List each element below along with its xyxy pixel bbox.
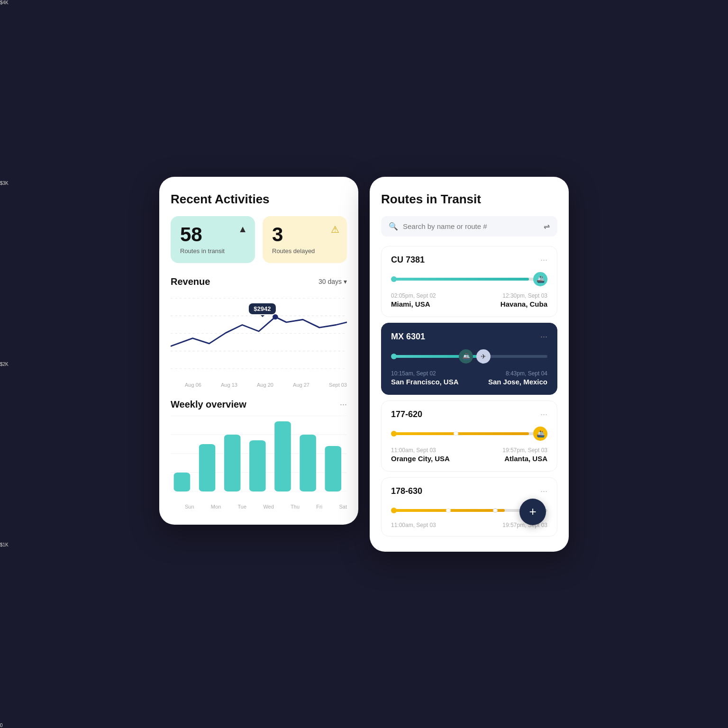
transit-label: Routes in transit — [180, 247, 246, 255]
route-mx6301-more[interactable]: ··· — [540, 332, 547, 342]
route-177620-id: 177-620 — [391, 410, 422, 419]
svg-rect-14 — [249, 440, 266, 491]
search-icon: 🔍 — [389, 222, 398, 231]
warning-icon: ⚠ — [331, 224, 339, 235]
svg-rect-11 — [174, 473, 191, 491]
route-cu7381-header: CU 7381 ··· — [391, 255, 547, 265]
route-178630-id: 178-630 — [391, 486, 422, 496]
weekly-title: Weekly overview — [171, 399, 246, 410]
weekly-more-button[interactable]: ··· — [340, 400, 347, 410]
route-178630-header: 178-630 ··· — [391, 486, 547, 496]
stat-transit-card: ▲ 58 Routes in transit — [171, 216, 255, 263]
add-route-button[interactable]: + — [519, 499, 546, 525]
route-177620-header: 177-620 ··· — [391, 410, 547, 419]
search-bar[interactable]: 🔍 ⇌ — [381, 216, 557, 237]
filter-icon[interactable]: ⇌ — [544, 222, 550, 231]
svg-point-5 — [273, 314, 278, 319]
right-panel: Routes in Transit 🔍 ⇌ CU 7381 ··· 🚢 — [370, 177, 569, 552]
svg-rect-15 — [274, 421, 291, 491]
route-card-177620[interactable]: 177-620 ··· 🚢 11:00am, Sept 03 Orange Ci… — [381, 400, 557, 472]
weekly-section: Weekly overview ··· $4K $3K $2K $1K 0 .b… — [171, 399, 347, 510]
route-cu7381-times: 02:05pm, Sept 02 Miami, USA 12:30pm, Sep… — [391, 292, 547, 308]
route-177620-more[interactable]: ··· — [540, 410, 547, 419]
stats-row: ▲ 58 Routes in transit ⚠ 3 Routes delaye… — [171, 216, 347, 263]
svg-rect-17 — [325, 446, 342, 491]
revenue-filter[interactable]: 30 days ▾ — [318, 278, 347, 285]
revenue-chart: $2942 .grid-line { stroke: #e8e8e8; stro… — [171, 293, 347, 378]
route-178630-more[interactable]: ··· — [540, 486, 547, 496]
transit-number: 58 — [180, 225, 246, 245]
revenue-x-labels: Aug 06 Aug 13 Aug 20 Aug 27 Sept 03 — [171, 382, 347, 388]
revenue-header: Revenue 30 days ▾ — [171, 276, 347, 287]
page-title: Recent Activities — [171, 192, 347, 207]
weekly-x-labels: Sun Mon Tue Wed Thu Fri Sat — [171, 501, 347, 510]
route-cu7381-progress: 🚢 — [391, 272, 547, 287]
route-cu7381-more[interactable]: ··· — [540, 255, 547, 265]
route-177620-times: 11:00am, Sept 03 Orange City, USA 19:57p… — [391, 447, 547, 463]
route-mx6301-times: 10:15am, Sept 02 San Francisco, USA 8:43… — [391, 370, 547, 386]
left-panel: Recent Activities ▲ 58 Routes in transit… — [159, 177, 358, 525]
svg-rect-13 — [224, 435, 241, 491]
route-card-mx6301[interactable]: MX 6301 ··· 🚢 ✈ 10:15am, Sept 02 San Fra… — [381, 323, 557, 395]
stat-delayed-card: ⚠ 3 Routes delayed — [263, 216, 347, 263]
plus-icon: + — [529, 504, 536, 519]
svg-rect-12 — [199, 444, 216, 491]
revenue-section: Revenue 30 days ▾ $4K $3K $2K $1K 0 $294… — [171, 276, 347, 388]
routes-list: CU 7381 ··· 🚢 02:05pm, Sept 02 Miami, US… — [381, 246, 557, 537]
search-input[interactable] — [403, 222, 539, 230]
revenue-title: Revenue — [171, 276, 210, 287]
arrow-icon: ▲ — [238, 224, 247, 235]
weekly-bar-chart: .bg-line { stroke: #f0f0f0; stroke-width… — [171, 416, 347, 501]
routes-title: Routes in Transit — [381, 192, 557, 207]
svg-rect-16 — [300, 435, 316, 491]
delayed-label: Routes delayed — [272, 247, 337, 255]
route-178630-times: 11:00am, Sept 03 19:57pm, Sept 03 — [391, 522, 547, 529]
route-177620-progress: 🚢 — [391, 426, 547, 441]
delayed-number: 3 — [272, 225, 337, 245]
route-cu7381-id: CU 7381 — [391, 255, 425, 265]
route-mx6301-id: MX 6301 — [391, 332, 425, 342]
revenue-tooltip: $2942 — [249, 303, 275, 314]
route-mx6301-header: MX 6301 ··· — [391, 332, 547, 342]
route-card-cu7381[interactable]: CU 7381 ··· 🚢 02:05pm, Sept 02 Miami, US… — [381, 246, 557, 317]
weekly-header: Weekly overview ··· — [171, 399, 347, 410]
route-mx6301-progress: 🚢 ✈ — [391, 348, 547, 364]
